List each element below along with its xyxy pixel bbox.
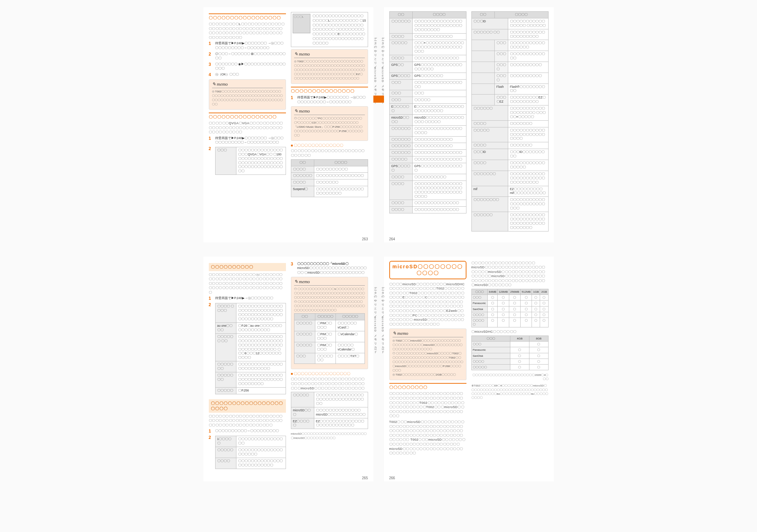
page-number: 264 (389, 237, 395, 241)
footnote: microSD〇〇〇〇〇〇〇〇〇〇〇〇〇〇〇〇〇〇〇〇〇〇〇〇microSD〇〇… (291, 432, 368, 440)
step-2: 2 ◎〇〇〇→〇〇〇〇〇〇 ⊞〇〇〇〇〇〇〇〇〇〇〇〇 (209, 52, 286, 61)
side-label: データのやりとり／microSDメモリカード (380, 285, 384, 353)
side-label: データのやりとり／microSDメモリカード (373, 35, 377, 103)
option-table: 〇〇〇〇 〇〇〇〇〇〇〇〇〇〇〇〇〇〇〇〇〇〇〇〇〇〇〇〇〇〇〇〇〇〇〇〇〇〇〇… (215, 303, 286, 394)
col-left: microSD〇〇〇〇〇〇〇〇〇〇〇〇 〇〇〇〇microSD〇〇〇〇〇〇〇〇〇… (389, 260, 466, 457)
body-text: 〇〇〇〇〇〇〇〇〇〇〇〇〇〇〇〇〇〇〇〇〇〇〇〇〇〇〇〇〇〇〇〇〇〇〇〇〇〇〇〇… (389, 391, 466, 418)
step-2: 2 〇〇〇 〇〇〇〇〇〇〇〇〇〇〇〇〇〇〇〇〇QVGA〇VGA〇〇 〇180〇〇… (209, 146, 286, 177)
memo-item: 〇〇〇〇〇〇〇〇〇〇〇〇〇1〇〇〇〇〇〇〇〇〇〇〇〇〇〇〇〇〇〇〇〇〇〇〇〇〇〇… (294, 287, 365, 300)
step-2: 2 〇〇〇〇 〇〇〇〇〇〇〇〇〇〇〇〇〇〇〇〇〇〇〇〇〇〇〇〇〇〇〇〇〇〇〇〇〇… (209, 302, 286, 396)
col-right: 〇〇〇L 〇〇〇〇〇〇〇〇〇〇〇〇〇〇〇〇〇〇〇〇〇L〇〇〇〇〇〇〇〇〇 〇15… (291, 11, 368, 199)
body-text: 〇〇〇〇〇〇〇〇〇〇〇〇〇〇〇〇〇〇〇〇〇〇〇〇〇〇〇〇〇〇〇〇〇〇〇〇〇〇〇〇… (209, 414, 286, 428)
body-text: 〇〇〇〇〇〇〇〇〇〇〇〇〇〇㋕〇〇〇〇〇〇〇〇〇〇〇〇〇〇〇〇〇〇〇〇〇〇〇〇〇… (209, 273, 286, 295)
option-table: 1〇〇〇〇〇〇〇〇〇〇〇〇〇〇〇〇〇〇〇〇〇〇〇〇〇〇〇〇〇〇〇〇〇〇〇〇〇〇〇… (215, 436, 286, 469)
heading: 〇〇〇〇〇〇〇〇〇〇〇〇〇〇〇 (291, 87, 368, 94)
step-1: 1 待受画面で▶P.248▶→㋕〇〇〇〇〇〇〇 (209, 296, 286, 301)
heading: 〇〇〇〇〇〇〇〇〇 (389, 383, 466, 390)
memo-box: memo 〇〇〇〇〇〇〇〇〇〇〇〇〇1〇〇〇〇〇〇〇〇〇〇〇〇〇〇〇〇〇〇〇〇〇… (291, 277, 368, 369)
side-label: データのやりとり／microSDメモリカード (373, 285, 377, 353)
page-number: 263 (362, 237, 368, 241)
option-table: 〇〇〇〇〇〇 〇〇〇〇〇〇〇〇〇〇〇〇〇〇 〇〇〇〇〇〇〇〇〇〇〇〇〇〇〇〇〇〇… (291, 159, 368, 197)
memo-box: memo 〇〇〇〇〇〇〇"PC〇〇〇〇〇〇〇〇〇〇〇〇〇〇〇"〇〇〇〇〇CD〇〇… (291, 106, 368, 141)
memo-heading: memo (294, 279, 365, 286)
reference-table: 〇〇〇〇〇〇 〇〇〇〇〇〇〇〇〇〇〇〇〇〇〇〇〇〇〇〇〇〇〇〇〇〇〇〇〇〇〇〇〇… (389, 11, 466, 213)
memo-item: T002〇〇〇〇〇〇〇〇〇〇〇〇〇〇〇〇〇〇〇〇〇〇〇〇〇〇〇〇〇〇〇〇〇〇〇〇… (212, 90, 283, 107)
body-text: 〇〇〇〇〇〇〇〇〇〇〇〇〇〇〇〇〇〇〇〇〇〇〇〇〇〇〇〇〇〇〇〇〇〇〇〇〇〇〇〇… (291, 377, 368, 390)
step-1: 1 待受画面で▶P.248▶〇〇〇〇〇〇〇 →㋕〇〇〇〇〇〇〇〇〇〇〇〇→〇〇〇… (209, 136, 286, 145)
reference-table: 〇〇〇〇〇〇 〇〇〇ID〇〇〇〇〇〇〇〇〇〇〇〇〇〇〇〇 〇〇〇〇〇〇〇〇〇〇〇… (471, 11, 549, 231)
memo-heading: memo (212, 81, 283, 88)
step-2: 2 1〇〇〇〇〇〇〇〇〇〇〇〇〇〇〇〇〇〇〇〇〇〇〇〇〇〇〇〇〇〇〇〇〇〇〇〇〇… (209, 435, 286, 471)
body-text: T002〇〇〇microSD〇〇〇〇〇〇〇〇〇〇〇〇〇〇〇〇〇〇〇〇〇〇〇〇〇〇… (389, 420, 466, 456)
memo-heading: memo (294, 108, 365, 115)
side-label: データのやりとり／microSDメモリカード (380, 35, 384, 103)
col-left: 〇〇〇〇〇〇〇〇〇〇 〇〇〇〇〇〇〇〇〇〇〇〇〇〇㋕〇〇〇〇〇〇〇〇〇〇〇〇〇〇… (209, 260, 286, 473)
footnote: ※T002〇〇〇〇〇09〇4〇〇〇〇〇〇〇〇〇〇〇microSD〇〇〇〇〇〇〇〇… (471, 384, 549, 400)
option-table: 〇〇〇 〇〇〇〇〇〇〇〇〇〇〇〇〇〇〇〇〇QVGA〇VGA〇〇 〇180〇〇〇〇… (215, 147, 286, 175)
page-265: データのやりとり／microSDメモリカード 〇〇〇〇〇〇〇〇〇〇 〇〇〇〇〇〇… (203, 257, 373, 481)
heading: 〇〇〇〇〇〇〇〇〇〇〇〇〇〇〇〇 (209, 113, 286, 120)
heading: 〇〇〇〇〇〇〇〇〇〇〇〇〇〇〇〇〇 (209, 13, 286, 21)
memo-item: T002〇〇〇〇〇〇〇〇〇〇〇〇〇〇〇〇〇〇〇〇〇〇〇〇〇〇〇〇〇〇〇〇〇〇〇〇… (294, 59, 365, 81)
col-right: 3 〇〇〇〇〇〇〇〇〇〇「microSD〇 microSD〇〇〇〇〇〇〇〇〇〇〇… (291, 260, 368, 473)
body-text: 〇〇〇〇microSD〇〇〇〇〇〇〇〇〇microSDHC〇〇〇〇〇〇〇〇〇〇〇… (389, 282, 466, 327)
example-figure: 〇〇〇L 〇〇〇〇〇〇〇〇〇〇〇〇〇〇〇〇〇〇〇〇〇L〇〇〇〇〇〇〇〇〇 〇15… (291, 12, 368, 47)
compat-table-sdhc: 〇〇〇4GB8GB〇〇〇〇Panasonic〇〇SanDisk〇〇〇〇〇〇〇〇〇… (471, 336, 549, 370)
step-1: 1 待受画面で▶P.248▶〇〇〇〇〇〇〇 →㋕〇〇〇〇〇〇〇〇〇〇〇〇→〇〇〇… (209, 41, 286, 50)
sub-heading: 〇〇〇〇〇〇〇〇〇〇〇〇〇〇〇〇 (291, 371, 368, 376)
step-3: 3 〇〇〇〇〇〇〇 ◉▶〇〇〇〇〇〇〇〇〇〇〇〇〇〇〇〇 (209, 62, 286, 71)
body-text: 〇〇〇〇〇〇〇〇〇〇〇〇〇〇〇〇〇〇〇microSD〇〇〇〇〇〇〇〇〇〇〇〇〇〇… (471, 261, 549, 288)
sub-heading: 〇〇〇〇〇〇〇〇〇〇〇〇〇〇 (291, 143, 368, 148)
page-number: 265 (362, 476, 368, 480)
memo-box: memo T002〇〇〇microSD〇〇〇〇〇〇〇〇〇〇〇〇〇〇〇〇〇〇〇〇〇… (389, 328, 466, 380)
memo-item: T002〇〇〇〇〇〇〇〇〇〇〇〇2GB〇〇〇〇〇 (392, 373, 463, 377)
heading: 〇〇〇〇〇〇〇〇〇〇 (209, 263, 286, 271)
microsd-heading: microSD〇〇〇〇〇〇〇〇〇〇〇〇 (389, 261, 466, 279)
memo-heading: memo (392, 331, 463, 337)
thumbnail-icon: 〇〇〇L (293, 14, 310, 33)
thumbnail-desc: 〇〇〇〇〇〇〇〇〇〇〇〇〇〇〇〇〇〇〇〇〇L〇〇〇〇〇〇〇〇〇 〇15〇〇〇〇〇… (312, 14, 366, 45)
col-left: 〇〇〇〇〇〇 〇〇〇〇〇〇〇〇〇〇〇〇〇〇〇〇〇〇〇〇〇〇〇〇〇〇〇〇〇〇〇〇〇… (389, 11, 466, 234)
body-text: 〇〇〇〇〇〇〇〇〇L〇〇〇〇〇〇〇〇〇〇〇〇〇〇〇〇〇〇〇〇〇〇〇〇〇〇〇〇〇〇… (209, 22, 286, 40)
body-text: 〇〇〇〇〇〇QVGA〇VGA〇〇〇〇〇〇〇〇〇〇〇〇〇〇〇〇〇〇〇〇〇〇〇〇〇〇… (209, 121, 286, 135)
memo-heading: memo (294, 51, 365, 58)
memo-item: 〇〇〇〇〇〇〇〇〇〇〇〇〇〇〇〇〇〇〇〇〇〇〇〇〇〇〇〇〇〇〇〇〇〇〇〇〇〇〇〇… (294, 300, 365, 313)
thumb-tab (377, 96, 384, 103)
date-note: 〇〇〇〇〇〇〇〇〇〇〇〇〇〇〇〇〇〇〇〇〇〇2009〇4〇〇〇 (471, 373, 549, 381)
memo-item: 〇〇〇〇〇〇〇"PC〇〇〇〇〇〇〇〇〇〇〇〇〇〇〇"〇〇〇〇〇CD〇〇〇〇〇〇〇… (294, 116, 365, 138)
col-right: 〇〇〇〇〇〇〇〇〇〇〇〇〇〇〇〇〇〇〇microSD〇〇〇〇〇〇〇〇〇〇〇〇〇〇… (471, 260, 549, 457)
memo-box: memo T002〇〇〇〇〇〇〇〇〇〇〇〇〇〇〇〇〇〇〇〇〇〇〇〇〇〇〇〇〇〇〇… (291, 49, 368, 84)
step-1: 1 〇〇〇〇〇〇〇〇〇〇→〇〇〇〇〇〇〇〇〇 (209, 429, 286, 434)
compat-table-sd: 〇〇〇64MB128MB256MB512MB1GB2GB〇〇〇〇〇〇〇〇〇Pan… (471, 289, 549, 327)
col-left: 〇〇〇〇〇〇〇〇〇〇〇〇〇〇〇〇〇 〇〇〇〇〇〇〇〇〇L〇〇〇〇〇〇〇〇〇〇〇〇… (209, 11, 286, 199)
option-table: 〇〇〇〇〇〇〇〇〇〇〇〇〇〇〇〇〇〇〇〇〇〇〇〇〇〇〇〇〇〇〇〇〇〇〇〇〇mic… (291, 392, 368, 429)
body-text: 〇〇〇〇〇〇〇〇〇〇〇〇〇〇〇〇〇〇〇〇〇〇〇〇〇〇〇〇 (291, 149, 368, 158)
body-text: 〇microSDHC〇〇〇〇〇〇〇 (471, 330, 549, 334)
memo-item: T002〇〇〇microSD〇〇〇〇〇〇〇〇〇〇〇〇〇〇〇〇〇〇〇〇〇〇〇〇〇m… (392, 339, 463, 351)
step-3: 3 〇〇〇〇〇〇〇〇〇〇「microSD〇 microSD〇〇〇〇〇〇〇〇〇〇〇… (291, 262, 368, 275)
page-number: 266 (389, 476, 395, 480)
heading: 〇〇〇〇〇〇〇〇〇〇〇〇〇〇〇〇〇〇〇〇〇 (209, 399, 286, 413)
step-1: 1 待受画面で▶P.248▶〇〇〇〇〇〇〇 →㋕〇〇〇〇〇〇〇〇〇〇〇〇→〇〇〇… (291, 95, 368, 104)
page-264: データのやりとり／microSDメモリカード 〇〇〇〇〇〇 〇〇〇〇〇〇〇〇〇〇… (384, 7, 554, 242)
page-266: データのやりとり／microSDメモリカード microSD〇〇〇〇〇〇〇〇〇〇… (384, 257, 554, 481)
memo-item: 〇〇〇〇〇〇〇〇〇〇〇microSD〇〇〇〇〇T002〇〇〇〇〇〇〇〇〇〇〇〇〇… (392, 351, 463, 373)
page-263: データのやりとり／microSDメモリカード 〇〇〇〇〇〇〇〇〇〇〇〇〇〇〇〇〇… (203, 7, 373, 242)
col-right: 〇〇〇〇〇〇 〇〇〇ID〇〇〇〇〇〇〇〇〇〇〇〇〇〇〇〇 〇〇〇〇〇〇〇〇〇〇〇… (471, 11, 549, 234)
memo-box: memo T002〇〇〇〇〇〇〇〇〇〇〇〇〇〇〇〇〇〇〇〇〇〇〇〇〇〇〇〇〇〇〇… (209, 79, 286, 110)
step-4: 4 ㋕（OK）〇〇〇 (209, 72, 286, 77)
format-table: 〇〇 〇〇〇〇〇 〇〇〇〇〇 〇〇〇〇〇〇PIM〇〇〇〇〇〇〇〇〇〇〇vCard… (294, 313, 365, 364)
